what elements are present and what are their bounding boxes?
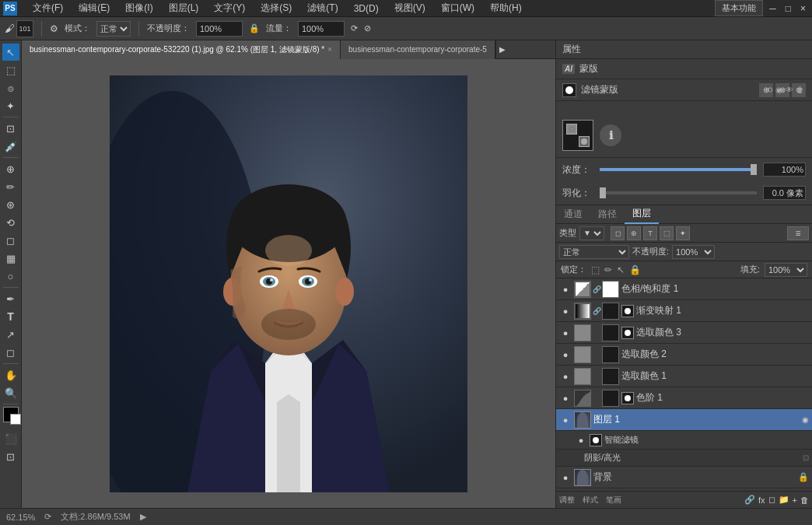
text-tool[interactable]: T xyxy=(2,308,19,325)
layer-eye-sf[interactable]: ● xyxy=(575,436,587,445)
tab-close-btn[interactable]: × xyxy=(327,45,332,54)
menu-3d[interactable]: 3D(D) xyxy=(351,2,382,16)
clone-tool[interactable]: ⊛ xyxy=(2,196,19,213)
healing-tool[interactable]: ⊕ xyxy=(2,160,19,177)
flow-input[interactable] xyxy=(298,21,345,37)
path-select-tool[interactable]: ↗ xyxy=(2,326,19,343)
opacity-input[interactable] xyxy=(196,21,243,37)
filter-shape-icon[interactable]: ⬚ xyxy=(660,226,674,240)
filter-smart-icon[interactable]: ✦ xyxy=(676,226,690,240)
mask-icon-4[interactable]: 🗑 xyxy=(796,86,804,94)
layer-levels[interactable]: ● 色阶 1 xyxy=(556,387,812,409)
filter-adj-icon[interactable]: ⊛ xyxy=(627,226,641,240)
layer-eye-1[interactable]: ● xyxy=(559,415,572,425)
layer-eye-sel2[interactable]: ● xyxy=(559,350,572,359)
menu-select[interactable]: 选择(S) xyxy=(257,0,295,16)
status-arrow[interactable]: ▶ xyxy=(140,512,146,522)
layer-1[interactable]: ● 图层 1 ◉ xyxy=(556,409,812,431)
background-color[interactable] xyxy=(10,414,21,425)
layer-eye-sel3[interactable]: ● xyxy=(559,328,572,338)
filter-text-icon[interactable]: T xyxy=(643,226,657,240)
layer-eye-sel1[interactable]: ● xyxy=(559,372,572,381)
blend-mode-select[interactable]: 正常 xyxy=(559,245,629,259)
inactive-tab[interactable]: businessman-contemporary-corporate-5 xyxy=(341,40,495,59)
footer-mask-icon[interactable]: ◻ xyxy=(768,495,775,505)
foreground-color[interactable] xyxy=(3,407,19,422)
window-restore[interactable]: □ xyxy=(782,2,794,16)
layer-eye-hue[interactable]: ● xyxy=(559,285,572,294)
workspace-selector[interactable]: 基本功能 xyxy=(715,0,763,16)
layer-background[interactable]: ● 背景 🔒 xyxy=(556,467,812,488)
brush-tool[interactable]: ✏ xyxy=(2,178,19,195)
fill-select[interactable]: 100% xyxy=(765,263,807,277)
tab-paths[interactable]: 路径 xyxy=(590,205,625,224)
shape-tool[interactable]: ◻ xyxy=(2,344,19,361)
feather-slider-handle[interactable] xyxy=(600,187,606,198)
eyedropper-tool[interactable]: 💉 xyxy=(2,138,19,155)
lock-move-icon[interactable]: ↖ xyxy=(617,264,625,275)
quick-mask-tool[interactable]: ⬛ xyxy=(2,430,19,447)
menu-help[interactable]: 帮助(H) xyxy=(487,0,525,16)
mask-icon-2[interactable]: ◉ xyxy=(775,86,782,94)
feather-slider-container[interactable] xyxy=(600,187,757,198)
layer-selective-2[interactable]: ● 选取颜色 2 xyxy=(556,344,812,366)
layer-hue-saturation[interactable]: ● 🔗 色相/饱和度 1 xyxy=(556,278,812,300)
zoom-tool[interactable]: 🔍 xyxy=(2,384,19,401)
menu-filter[interactable]: 滤镜(T) xyxy=(304,0,341,16)
dodge-tool[interactable]: ○ xyxy=(2,268,19,285)
menu-edit[interactable]: 编辑(E) xyxy=(75,0,113,16)
shadow-highlight-row[interactable]: 阴影/高光 ⊡ xyxy=(556,450,812,467)
lock-all-icon[interactable]: 🔒 xyxy=(629,264,641,275)
filter-pixel-icon[interactable]: ◻ xyxy=(611,226,625,240)
density-slider-handle[interactable] xyxy=(751,164,757,175)
active-tab[interactable]: businessman-contemporary-corporate-53222… xyxy=(22,40,341,59)
history-tool[interactable]: ⟲ xyxy=(2,214,19,231)
footer-new-icon[interactable]: + xyxy=(793,495,797,505)
density-slider-container[interactable] xyxy=(600,164,757,175)
canvas-container[interactable] xyxy=(22,59,555,508)
lock-label: 锁定： xyxy=(561,264,586,275)
selection-tool[interactable]: ⬚ xyxy=(2,61,19,79)
layer-eye-bg[interactable]: ● xyxy=(559,473,572,482)
hand-tool[interactable]: ✋ xyxy=(2,366,19,383)
move-tool[interactable]: ↖ xyxy=(2,44,19,61)
feather-value-input[interactable] xyxy=(763,186,806,200)
layers-menu-btn[interactable]: ≡ xyxy=(787,226,809,240)
window-close[interactable]: × xyxy=(797,2,809,16)
smart-filters-row[interactable]: ● 智能滤镜 xyxy=(556,431,812,450)
menu-layer[interactable]: 图层(L) xyxy=(166,0,202,16)
footer-delete-icon[interactable]: 🗑 xyxy=(800,495,809,505)
footer-link-icon[interactable]: 🔗 xyxy=(744,495,755,505)
menu-image[interactable]: 图像(I) xyxy=(122,0,156,16)
tab-channels[interactable]: 通道 xyxy=(556,205,590,224)
mask-icon-3[interactable]: 👁 xyxy=(786,86,793,94)
menu-view[interactable]: 视图(V) xyxy=(391,0,429,16)
wand-tool[interactable]: ✦ xyxy=(2,97,19,114)
opacity-select[interactable]: 100% xyxy=(672,245,715,259)
mask-icon-1[interactable]: ⟲ xyxy=(766,86,772,94)
menu-text[interactable]: 文字(Y) xyxy=(211,0,248,16)
layer-selective-3[interactable]: ● 选取颜色 3 xyxy=(556,322,812,344)
tab-layers[interactable]: 图层 xyxy=(625,205,659,224)
layer-eye-gradient[interactable]: ● xyxy=(559,306,572,316)
type-select[interactable]: ▼ xyxy=(579,226,604,240)
layer-selective-1[interactable]: ● 选取颜色 1 xyxy=(556,366,812,387)
layer-gradient-map[interactable]: ● 🔗 渐变映射 1 xyxy=(556,300,812,322)
density-value-input[interactable] xyxy=(763,163,806,177)
lock-pixel-icon[interactable]: ⬚ xyxy=(591,264,600,275)
info-icon[interactable]: ℹ xyxy=(600,124,621,146)
pen-tool[interactable]: ✒ xyxy=(2,290,19,307)
footer-group-icon[interactable]: 📁 xyxy=(779,495,789,505)
footer-fx-icon[interactable]: fx xyxy=(758,495,765,505)
screen-mode-tool[interactable]: ⊡ xyxy=(2,448,19,465)
crop-tool[interactable]: ⊡ xyxy=(2,120,19,137)
menu-window[interactable]: 窗口(W) xyxy=(438,0,478,16)
tab-scroll-btn[interactable]: ▶ xyxy=(495,40,509,59)
layer-eye-levels[interactable]: ● xyxy=(559,394,572,403)
eraser-tool[interactable]: ◻ xyxy=(2,232,19,249)
lock-draw-icon[interactable]: ✏ xyxy=(604,264,612,275)
blend-mode-select[interactable]: 正常 xyxy=(96,21,131,37)
gradient-tool[interactable]: ▦ xyxy=(2,250,19,267)
window-minimize[interactable]: ─ xyxy=(766,2,779,16)
menu-file[interactable]: 文件(F) xyxy=(30,0,66,16)
